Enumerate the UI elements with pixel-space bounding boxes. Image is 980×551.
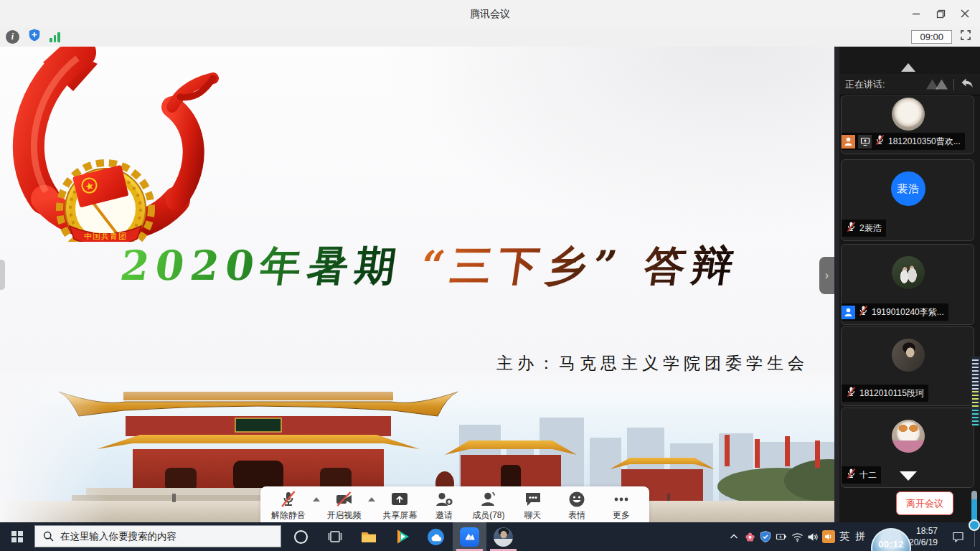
scroll-up-arrow[interactable] xyxy=(901,63,915,72)
docked-meter-widget[interactable] xyxy=(971,357,980,426)
slide-title: 2020年暑期“三下乡”答辩 xyxy=(117,239,771,294)
windows-taskbar: 在这里输入你要搜索的内容 xyxy=(0,522,980,551)
browser-icon xyxy=(427,528,445,546)
ime-secondary-indicator[interactable]: 拼 xyxy=(852,522,868,551)
pc-manager-shield-icon[interactable] xyxy=(758,522,773,551)
participant-tile[interactable]: 1812010115段珂 xyxy=(841,326,974,406)
shared-screen-slide: ★ 中国共青团 2020年暑期“三下乡”答辩 主办：马克思主义学院团委学生会 承… xyxy=(0,47,834,522)
participant-name-bar: 1919010240李紫... xyxy=(842,303,948,321)
window-title: 腾讯会议 xyxy=(0,8,980,21)
tencent-video-button[interactable] xyxy=(385,522,419,551)
chat-button[interactable]: 聊天 xyxy=(511,490,555,522)
chat-label: 聊天 xyxy=(524,509,542,522)
left-drawer-handle[interactable] xyxy=(0,260,5,290)
browser-button[interactable] xyxy=(419,522,453,551)
participant-tile[interactable]: 1812010350曹欢... xyxy=(841,95,974,154)
start-video-label: 开启视频 xyxy=(327,509,362,522)
speaking-label: 正在讲话: xyxy=(845,78,923,91)
close-button[interactable] xyxy=(953,0,977,27)
participant-name-bar: 1812010350曹欢... xyxy=(842,133,965,150)
participant-avatar: 裴浩 xyxy=(891,171,925,206)
network-signal-icon[interactable] xyxy=(50,32,60,42)
action-center-button[interactable] xyxy=(946,522,970,551)
invite-button[interactable]: 邀请 xyxy=(422,490,466,522)
wifi-icon[interactable] xyxy=(789,522,805,551)
tencent-meeting-app-button[interactable] xyxy=(453,522,486,551)
tencent-meeting-icon xyxy=(460,527,479,547)
unmute-button[interactable]: 解除静音 xyxy=(266,490,311,522)
participant-name-bar: 2裴浩 xyxy=(842,220,886,237)
camera-off-icon xyxy=(335,490,354,509)
unmute-label: 解除静音 xyxy=(271,509,306,522)
participant-avatar xyxy=(892,256,925,289)
battery-icon[interactable] xyxy=(773,522,789,551)
mic-muted-icon xyxy=(846,221,857,235)
mic-muted-icon xyxy=(875,134,885,149)
file-explorer-button[interactable] xyxy=(352,522,385,551)
mic-muted-icon xyxy=(858,305,869,319)
participant-name-bar: 十二 xyxy=(842,466,881,484)
members-button[interactable]: 成员(78) xyxy=(466,490,511,522)
slide-title-part-2: “三下乡” xyxy=(418,241,626,289)
leave-meeting-button[interactable]: 离开会议 xyxy=(896,491,953,515)
tencent-video-icon xyxy=(394,528,411,545)
flower-app-icon[interactable] xyxy=(742,522,758,551)
reply-arrow-icon[interactable] xyxy=(960,77,974,93)
ime-speaker-icon[interactable] xyxy=(821,522,837,551)
share-screen-button[interactable]: 共享屏幕 xyxy=(377,490,422,522)
invite-label: 邀请 xyxy=(435,509,453,522)
task-view-button[interactable] xyxy=(318,522,352,551)
mic-muted-icon xyxy=(279,490,298,509)
speaking-header: 正在讲话: xyxy=(839,74,980,95)
fullscreen-icon[interactable] xyxy=(960,29,971,44)
slide-title-part-1: 2020年暑期 xyxy=(118,241,406,289)
sidebar-collapse-tab[interactable]: › xyxy=(819,257,834,294)
minimize-button[interactable] xyxy=(904,0,928,27)
more-button[interactable]: 更多 xyxy=(599,490,644,522)
emoji-button[interactable]: 表情 xyxy=(555,490,599,522)
wechat-app-button[interactable] xyxy=(486,522,520,551)
participant-name: 2裴浩 xyxy=(859,222,882,235)
participant-name: 1812010115段珂 xyxy=(859,387,924,400)
more-label: 更多 xyxy=(613,509,630,522)
notification-icon xyxy=(952,531,964,542)
start-button[interactable] xyxy=(0,522,34,551)
emoji-icon xyxy=(567,490,586,509)
ime-language-indicator[interactable]: 英 xyxy=(837,522,852,551)
record-timer: 00:12 xyxy=(878,539,904,551)
mic-options-caret[interactable] xyxy=(311,497,322,501)
participant-avatar xyxy=(892,98,925,131)
slide-title-part-3: 答辩 xyxy=(641,241,743,289)
emblem-banner-text: 中国共青团 xyxy=(84,232,127,240)
tray-expand-chevron-icon[interactable] xyxy=(726,522,742,551)
windows-logo-icon xyxy=(11,531,23,542)
screen-share-badge-icon xyxy=(858,135,872,149)
mic-muted-icon xyxy=(846,386,857,400)
cortana-icon xyxy=(294,530,308,544)
chat-icon xyxy=(524,490,542,509)
thermometer-widget[interactable] xyxy=(969,491,980,535)
folder-icon xyxy=(360,528,377,545)
more-icon xyxy=(612,490,631,509)
scroll-down-arrow[interactable] xyxy=(900,471,917,481)
organizer-line: 主办：马克思主义学院团委学生会 xyxy=(496,351,809,375)
member-badge-icon xyxy=(842,306,855,319)
restore-button[interactable] xyxy=(928,0,953,27)
meeting-info-icon[interactable]: i xyxy=(6,30,19,44)
volume-icon[interactable] xyxy=(805,522,821,551)
youth-league-emblem: ★ 中国共青团 xyxy=(3,47,220,242)
participant-name: 十二 xyxy=(859,469,877,481)
participant-tile[interactable]: 1919010240李紫... xyxy=(841,244,974,325)
taskbar-search-input[interactable]: 在这里输入你要搜索的内容 xyxy=(34,525,281,547)
start-video-button[interactable]: 开启视频 xyxy=(322,490,367,522)
search-icon xyxy=(43,531,54,542)
task-view-icon xyxy=(327,529,343,545)
participants-sidebar: › 正在讲话: 181201 xyxy=(834,47,980,522)
cortana-button[interactable] xyxy=(284,522,318,551)
video-options-caret[interactable] xyxy=(366,497,377,501)
share-screen-icon xyxy=(390,490,409,509)
participant-tile[interactable]: 裴浩 2裴浩 xyxy=(841,159,974,241)
security-shield-icon[interactable] xyxy=(28,29,41,45)
participant-name-bar: 1812010115段珂 xyxy=(842,385,928,402)
share-toolbar: i 09:00 xyxy=(0,27,980,47)
